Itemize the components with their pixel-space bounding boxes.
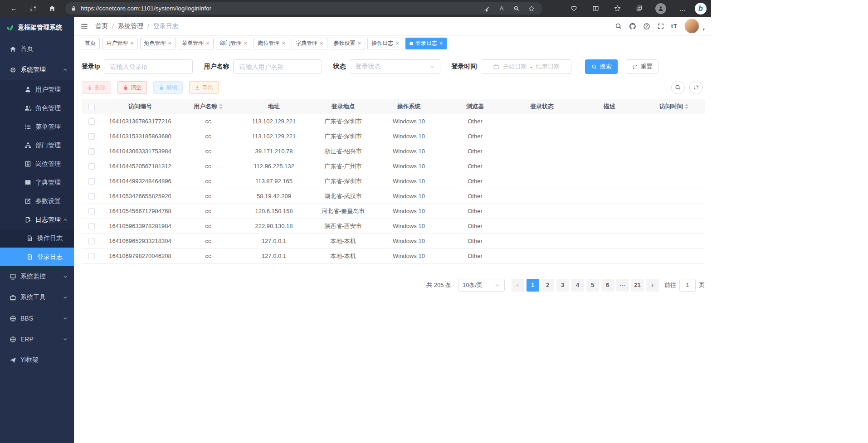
hamburger-icon[interactable]: [80, 22, 88, 30]
table-row[interactable]: 1641043063331753984 cc 39.171.210.78 浙江省…: [82, 144, 705, 159]
more-pages-button[interactable]: ···: [616, 279, 629, 292]
caret-down-icon[interactable]: ▾: [702, 27, 705, 34]
date-range-picker[interactable]: 开始日期 - 结束日期: [481, 59, 571, 74]
next-page-button[interactable]: ›: [646, 279, 659, 292]
tab-login-log[interactable]: 登录日志×: [405, 38, 447, 49]
tab-menu-mgmt[interactable]: 菜单管理×: [178, 38, 214, 49]
table-row[interactable]: 1641044993248464896 cc 113.87.92.165 广东省…: [82, 174, 705, 189]
toggle-search-button[interactable]: [671, 81, 685, 94]
sidebar-item-login-log[interactable]: 登录日志: [0, 248, 74, 266]
sidebar-item-log-mgmt[interactable]: 日志管理: [0, 210, 74, 229]
tab-home[interactable]: 首页: [81, 38, 100, 49]
table-row[interactable]: 1641044520567181312 cc 112.96.225.132 广东…: [82, 159, 705, 174]
address-bar[interactable]: https://ccnetcore.com:1101/system/log/lo…: [65, 2, 542, 15]
row-checkbox[interactable]: [88, 118, 95, 125]
password-key-icon[interactable]: [481, 5, 492, 12]
close-icon[interactable]: ×: [395, 40, 399, 46]
sidebar-item-dict-mgmt[interactable]: 字典管理: [0, 173, 74, 192]
search-button[interactable]: 搜索: [585, 59, 618, 74]
breadcrumb-home[interactable]: 首页: [95, 22, 108, 30]
text-size-icon[interactable]: tT: [671, 23, 678, 29]
close-icon[interactable]: ×: [206, 40, 210, 46]
table-row[interactable]: 1641031367863177216 cc 113.102.129.221 广…: [82, 114, 705, 129]
status-select[interactable]: 登录状态: [350, 59, 440, 74]
github-icon[interactable]: [629, 23, 636, 30]
row-checkbox[interactable]: [88, 223, 95, 229]
row-checkbox[interactable]: [88, 133, 95, 140]
export-button[interactable]: 导出: [189, 81, 219, 94]
bing-copilot-icon[interactable]: b: [695, 3, 707, 15]
row-checkbox[interactable]: [88, 163, 95, 170]
tab-operation-log[interactable]: 操作日志×: [367, 38, 403, 49]
table-row[interactable]: 1641069798270046208 cc 127.0.0.1 本地-本机 W…: [82, 248, 705, 263]
close-icon[interactable]: ×: [439, 40, 443, 46]
tab-post-mgmt[interactable]: 岗位管理×: [254, 38, 289, 49]
sort-icons[interactable]: [685, 104, 688, 109]
tab-param-settings[interactable]: 参数设置×: [330, 38, 366, 49]
page-button-21[interactable]: 21: [631, 279, 644, 292]
sidebar-item-erp[interactable]: ERP: [0, 329, 74, 350]
table-row[interactable]: 1641059633978281984 cc 222.90.130.18 陕西省…: [82, 219, 705, 234]
sidebar-item-system-tools[interactable]: 系统工具: [0, 287, 74, 308]
split-screen-icon[interactable]: [589, 2, 602, 15]
sort-icons[interactable]: [219, 104, 223, 109]
tab-dict-mgmt[interactable]: 字典管理×: [292, 38, 327, 49]
select-all-checkbox[interactable]: [88, 104, 95, 110]
tab-user-mgmt[interactable]: 用户管理×: [102, 38, 138, 49]
add-favorite-icon[interactable]: [526, 5, 537, 12]
sidebar-item-home[interactable]: 首页: [0, 39, 74, 59]
page-button-3[interactable]: 3: [556, 279, 569, 292]
table-row[interactable]: 1641054566717984768 cc 120.6.150.158 河北省…: [82, 204, 705, 219]
sidebar-item-param-settings[interactable]: 参数设置: [0, 192, 74, 210]
sidebar-item-bbs[interactable]: BBS: [0, 308, 74, 329]
close-icon[interactable]: ×: [244, 40, 248, 46]
table-row[interactable]: 1641053426655825920 cc 58.19.42.209 湖北省-…: [82, 189, 705, 204]
browser-essentials-icon[interactable]: [567, 2, 580, 15]
sidebar-item-system-mgmt[interactable]: 系统管理: [0, 59, 74, 80]
page-button-1[interactable]: 1: [527, 279, 539, 292]
reset-button[interactable]: 重置: [626, 59, 658, 74]
zoom-out-icon[interactable]: [511, 5, 522, 12]
close-icon[interactable]: ×: [358, 40, 361, 46]
table-row[interactable]: 1641069652933218304 cc 127.0.0.1 本地-本机 W…: [82, 234, 705, 248]
sidebar-item-menu-mgmt[interactable]: 菜单管理: [0, 117, 74, 136]
close-icon[interactable]: ×: [168, 40, 172, 46]
sidebar-item-system-monitor[interactable]: 系统监控: [0, 266, 74, 287]
sidebar-item-post-mgmt[interactable]: 岗位管理: [0, 155, 74, 173]
page-button-6[interactable]: 6: [601, 279, 614, 292]
fullscreen-icon[interactable]: [657, 23, 664, 30]
read-aloud-icon[interactable]: A: [496, 5, 507, 12]
page-button-4[interactable]: 4: [571, 279, 584, 292]
browser-home-button[interactable]: [45, 2, 59, 15]
col-username[interactable]: 用户名称: [179, 99, 238, 114]
app-logo[interactable]: 意框架管理系统: [0, 17, 74, 39]
close-icon[interactable]: ×: [282, 40, 285, 46]
row-checkbox[interactable]: [88, 148, 95, 155]
reload-button[interactable]: [26, 2, 40, 15]
table-row[interactable]: 1641031533185863680 cc 113.102.129.221 广…: [82, 129, 705, 144]
clear-button[interactable]: 清空: [117, 81, 147, 94]
tab-dept-mgmt[interactable]: 部门管理×: [216, 38, 252, 49]
help-icon[interactable]: [643, 23, 650, 30]
row-checkbox[interactable]: [88, 208, 95, 214]
page-button-2[interactable]: 2: [541, 279, 554, 292]
close-icon[interactable]: ×: [320, 40, 323, 46]
collections-icon[interactable]: [632, 2, 646, 15]
col-access-time[interactable]: 访问时间: [643, 99, 705, 114]
row-checkbox[interactable]: [88, 238, 95, 244]
row-checkbox[interactable]: [88, 253, 95, 259]
prev-page-button[interactable]: ‹: [512, 279, 524, 292]
sidebar-item-yi-framework[interactable]: Yi框架: [0, 350, 74, 370]
login-ip-input[interactable]: [104, 59, 193, 74]
search-icon[interactable]: [615, 23, 622, 30]
tab-role-mgmt[interactable]: 角色管理×: [140, 38, 176, 49]
sidebar-item-role-mgmt[interactable]: 角色管理: [0, 99, 74, 117]
close-icon[interactable]: ×: [130, 40, 134, 46]
sidebar-item-user-mgmt[interactable]: 用户管理: [0, 80, 74, 99]
unlock-button[interactable]: 解锁: [153, 81, 183, 94]
sidebar-item-operation-log[interactable]: 操作日志: [0, 229, 74, 248]
row-checkbox[interactable]: [88, 193, 95, 200]
goto-page-input[interactable]: [679, 279, 696, 292]
favorites-icon[interactable]: [610, 2, 624, 15]
refresh-table-button[interactable]: [689, 81, 703, 94]
